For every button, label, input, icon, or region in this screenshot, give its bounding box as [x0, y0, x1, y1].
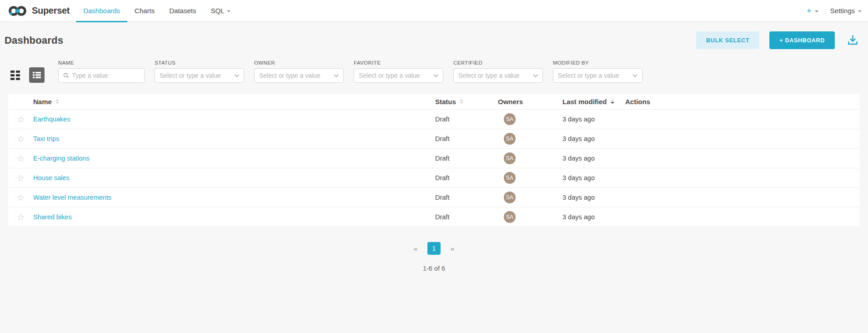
owner-avatar[interactable]: SA	[504, 192, 516, 203]
filter-label: MODIFIED BY	[553, 60, 642, 66]
dashboard-link[interactable]: Shared bikes	[33, 213, 72, 221]
table-header: Name Status Owners Last modified Actions	[8, 94, 860, 110]
owner-avatar[interactable]: SA	[504, 133, 516, 145]
chevron-down-icon	[632, 74, 637, 77]
filter-label: NAME	[58, 60, 145, 66]
column-header-status[interactable]: Status	[435, 98, 463, 106]
nav-tab-sql[interactable]: SQL	[203, 0, 238, 21]
status-value: Draft	[435, 135, 449, 142]
status-filter-select[interactable]: Select or type a value	[155, 68, 244, 83]
dashboard-link[interactable]: E-charging stations	[33, 155, 90, 162]
new-item-menu-button[interactable]: +	[807, 6, 818, 15]
filter-modified-by: MODIFIED BY Select or type a value	[553, 60, 642, 83]
card-view-toggle[interactable]	[7, 67, 23, 83]
name-filter-input[interactable]	[72, 72, 140, 79]
last-modified-value: 3 days ago	[562, 194, 595, 201]
nav-tab-charts[interactable]: Charts	[127, 0, 162, 21]
chevron-down-icon	[858, 10, 862, 12]
filter-label: OWNER	[254, 60, 344, 66]
sort-descending-icon	[611, 99, 614, 104]
dashboards-table: Name Status Owners Last modified Actions…	[8, 94, 860, 227]
nav-tab-dashboards[interactable]: Dashboards	[76, 0, 127, 21]
dashboard-link[interactable]: Earthquakes	[33, 116, 70, 123]
settings-label: Settings	[830, 7, 855, 15]
table-row: ☆ House sales Draft SA 3 days ago	[8, 168, 860, 188]
filter-owner: OWNER Select or type a value	[254, 60, 344, 83]
dashboard-link[interactable]: Taxi trips	[33, 135, 59, 142]
status-value: Draft	[435, 116, 449, 123]
modified-by-filter-select[interactable]: Select or type a value	[553, 68, 642, 83]
chevron-down-icon	[533, 74, 538, 77]
pagination-page-1[interactable]: 1	[427, 242, 441, 255]
filter-bar: NAME STATUS Select or type a value OWNER…	[0, 49, 868, 83]
filter-status: STATUS Select or type a value	[155, 60, 244, 83]
favorite-star-icon[interactable]: ☆	[17, 213, 25, 222]
brand-name: Superset	[32, 5, 70, 16]
view-mode-toggles	[7, 67, 45, 83]
owner-avatar[interactable]: SA	[504, 113, 516, 125]
column-header-last-modified[interactable]: Last modified	[562, 98, 614, 106]
name-filter-field	[58, 68, 145, 83]
owner-filter-select[interactable]: Select or type a value	[254, 68, 344, 83]
last-modified-value: 3 days ago	[562, 213, 595, 221]
status-value: Draft	[435, 213, 449, 221]
search-icon	[63, 72, 69, 79]
owner-avatar[interactable]: SA	[504, 152, 516, 164]
list-view-toggle[interactable]	[29, 67, 45, 83]
filter-label: FAVORITE	[354, 60, 443, 66]
table-row: ☆ E-charging stations Draft SA 3 days ag…	[8, 149, 860, 168]
owner-avatar[interactable]: SA	[504, 211, 516, 223]
favorite-star-icon[interactable]: ☆	[17, 115, 25, 124]
table-row: ☆ Earthquakes Draft SA 3 days ago	[8, 110, 860, 129]
filter-name: NAME	[58, 60, 145, 83]
last-modified-value: 3 days ago	[562, 135, 595, 142]
primary-nav: Dashboards Charts Datasets SQL	[76, 0, 238, 21]
status-value: Draft	[435, 194, 449, 201]
owner-avatar[interactable]: SA	[504, 172, 516, 184]
select-placeholder: Select or type a value	[160, 72, 231, 79]
pagination-next[interactable]: »	[447, 243, 458, 254]
pagination: « 1 »	[0, 242, 868, 255]
sort-icon	[460, 99, 463, 104]
bulk-select-button[interactable]: BULK SELECT	[696, 31, 759, 49]
chevron-down-icon	[234, 74, 239, 77]
last-modified-value: 3 days ago	[562, 174, 595, 182]
select-placeholder: Select or type a value	[558, 72, 630, 79]
dashboard-link[interactable]: Water level measurements	[33, 194, 111, 201]
card-view-icon	[10, 71, 20, 80]
status-value: Draft	[435, 174, 449, 182]
filter-certified: CERTIFIED Select or type a value	[453, 60, 543, 83]
column-header-actions: Actions	[625, 98, 650, 106]
select-placeholder: Select or type a value	[359, 72, 431, 79]
new-dashboard-button[interactable]: + DASHBOARD	[769, 31, 835, 49]
page-title: Dashboards	[5, 35, 63, 46]
sql-label: SQL	[211, 7, 224, 15]
filter-favorite: FAVORITE Select or type a value	[354, 60, 443, 83]
favorite-star-icon[interactable]: ☆	[17, 135, 25, 143]
last-modified-value: 3 days ago	[562, 116, 595, 123]
chevron-down-icon	[433, 74, 438, 77]
last-modified-value: 3 days ago	[562, 155, 595, 162]
favorite-star-icon[interactable]: ☆	[17, 193, 25, 202]
sort-icon	[55, 99, 59, 104]
pagination-prev[interactable]: «	[410, 243, 421, 254]
column-header-name[interactable]: Name	[33, 98, 59, 106]
favorite-star-icon[interactable]: ☆	[17, 174, 25, 182]
plus-icon: +	[807, 6, 812, 15]
settings-menu-button[interactable]: Settings	[830, 7, 862, 15]
page-header: Dashboards BULK SELECT + DASHBOARD	[0, 22, 868, 49]
nav-right-section: + Settings	[807, 0, 862, 21]
import-dashboards-button[interactable]	[847, 34, 859, 46]
nav-tab-datasets[interactable]: Datasets	[162, 0, 203, 21]
favorite-filter-select[interactable]: Select or type a value	[354, 68, 443, 83]
download-icon	[847, 34, 859, 46]
dashboard-link[interactable]: House sales	[33, 174, 70, 182]
filter-label: STATUS	[155, 60, 244, 66]
superset-logo[interactable]: Superset	[5, 0, 72, 21]
list-view-icon	[32, 71, 41, 79]
superset-infinity-icon	[7, 4, 28, 18]
certified-filter-select[interactable]: Select or type a value	[453, 68, 543, 83]
favorite-star-icon[interactable]: ☆	[17, 154, 25, 163]
filter-label: CERTIFIED	[453, 60, 543, 66]
table-row: ☆ Shared bikes Draft SA 3 days ago	[8, 207, 860, 227]
